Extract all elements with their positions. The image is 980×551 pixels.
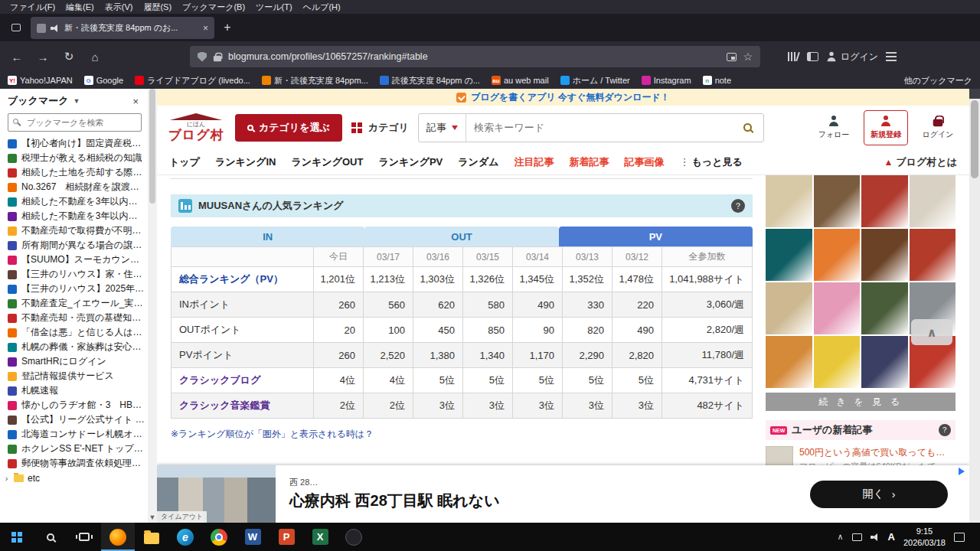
taskbar-explorer-button[interactable] <box>135 523 168 551</box>
thumbnail-image[interactable] <box>861 175 908 227</box>
other-bookmarks-button[interactable]: 他のブックマーク <box>896 75 972 86</box>
bookmark-star-icon[interactable]: ☆ <box>743 51 753 63</box>
tab-audio-icon[interactable] <box>51 24 60 32</box>
thumbnail-image[interactable] <box>814 175 861 227</box>
bookmark-folder-etc[interactable]: › etc <box>0 471 157 485</box>
bookmark-item[interactable]: 郵便物等事故調査依頼処理シス... <box>0 456 157 471</box>
follow-button[interactable]: フォロー <box>812 110 856 145</box>
firefox-view-button[interactable] <box>5 17 28 38</box>
bookmark-bar-item[interactable]: ホーム / Twitter <box>560 75 630 86</box>
taskbar-word-button[interactable]: W <box>236 523 270 551</box>
help-icon[interactable]: ？ <box>731 199 745 213</box>
display-icon[interactable] <box>852 533 862 541</box>
taskbar-clock[interactable]: 9:15 2026/03/18 <box>903 526 946 549</box>
nav-item[interactable]: ランキングOUT <box>291 155 363 169</box>
bookmark-item[interactable]: 不動産査定_イエウール_実家 相続... <box>0 296 157 311</box>
thumbnail-image[interactable] <box>814 282 861 334</box>
scrollbar-top-button[interactable] <box>969 89 980 99</box>
url-bar[interactable]: blogmura.com/profiles/10657257/ranking#t… <box>190 46 760 67</box>
volume-icon[interactable] <box>871 533 880 541</box>
scroll-down-icon[interactable]: ▼ <box>148 514 157 521</box>
article-title[interactable]: 500円という高値で買い取ってもらった... <box>799 446 949 458</box>
thumbnail-image[interactable] <box>861 336 908 388</box>
task-view-button[interactable] <box>67 523 101 551</box>
thumbnail-image[interactable] <box>766 282 812 334</box>
action-center-icon[interactable] <box>954 533 965 542</box>
taskbar-search-button[interactable] <box>34 523 67 551</box>
thumbnail-image[interactable] <box>861 282 908 334</box>
nav-item[interactable]: 新着記事 <box>570 155 609 169</box>
bookmark-bar-item[interactable]: 読後充実度 84ppm の... <box>380 75 480 86</box>
nav-item[interactable]: トップ <box>169 155 200 169</box>
category-link[interactable]: カテゴリ <box>351 121 409 135</box>
tracking-shield-icon[interactable] <box>198 52 207 62</box>
search-submit-button[interactable] <box>731 114 763 142</box>
bookmark-bar-item[interactable]: 新・読後充実度 84ppm... <box>262 75 368 86</box>
thumbnail-image[interactable] <box>910 175 956 227</box>
reader-mode-icon[interactable] <box>727 53 737 61</box>
thumbnail-image[interactable] <box>766 175 812 227</box>
account-button[interactable]: ログイン <box>826 51 878 64</box>
bookmark-item[interactable]: 相続した土地を売却する際にかか... <box>0 165 157 180</box>
bookmark-item[interactable]: 相続した不動産を3年以内に売却... <box>0 209 157 223</box>
category-select-button[interactable]: カテゴリを選ぶ <box>235 114 342 142</box>
bookmark-item[interactable]: 【公式】リーグ公式サイト (J.LEAG... <box>0 412 157 427</box>
bookmark-bar-item[interactable]: GGoogle <box>84 76 123 85</box>
start-button[interactable] <box>0 523 34 551</box>
hidden-icons-chevron[interactable]: ∧ <box>837 532 843 542</box>
anchor-ad[interactable]: 西 28… 心療内科 西28丁目駅 眠れない 開く › タイムアウト <box>157 465 969 523</box>
lock-icon[interactable] <box>214 56 221 62</box>
see-more-button[interactable]: 続 き を 見 る <box>766 393 956 411</box>
browser-tab[interactable]: 新・読後充実度 84ppm のお... × <box>31 17 214 39</box>
bookmark-item[interactable]: 【三井のリハウス】2025年（令和7... <box>0 282 157 296</box>
menu-item[interactable]: 履歴(S) <box>138 2 177 13</box>
library-icon[interactable] <box>788 52 799 61</box>
bookmark-item[interactable]: 登記情報提供サービス <box>0 369 157 383</box>
signup-button[interactable]: 新規登録 <box>864 110 908 145</box>
search-type-select[interactable]: 記事 <box>419 114 466 142</box>
ranking-tab-out[interactable]: OUT <box>364 227 558 246</box>
bookmark-item[interactable]: ホクレンSS E'-NET トップページ <box>0 442 157 456</box>
ad-open-button[interactable]: 開く › <box>810 481 948 508</box>
new-tab-button[interactable]: + <box>217 18 237 37</box>
about-blogmura-link[interactable]: ▲ ブログ村とは <box>884 155 957 169</box>
bookmark-bar-item[interactable]: auau web mail <box>492 76 549 85</box>
ranking-tab-in[interactable]: IN <box>171 227 364 246</box>
scrollbar-thumb[interactable] <box>971 100 978 178</box>
bookmark-item[interactable]: 【SUUMO】スーモカウンターで注文住... <box>0 253 157 267</box>
menu-item[interactable]: ファイル(F) <box>5 2 60 13</box>
taskbar-edge-button[interactable]: e <box>168 523 202 551</box>
row-link[interactable]: クラシックブログ <box>172 368 314 393</box>
bookmark-search-input[interactable] <box>8 113 142 132</box>
bookmark-item[interactable]: 不動産売却・売買の基礎知識｜... <box>0 311 157 325</box>
bookmark-bar-item[interactable]: Y!Yahoo!JAPAN <box>8 76 73 85</box>
expander-icon[interactable]: › <box>3 474 10 483</box>
back-button[interactable]: ← <box>8 51 26 64</box>
sidebar-close-icon[interactable]: × <box>132 96 139 107</box>
nav-item[interactable]: ランキングPV <box>378 155 443 169</box>
taskbar-excel-button[interactable]: X <box>303 523 337 551</box>
help-icon[interactable]: ？ <box>939 424 951 436</box>
thumbnail-image[interactable] <box>861 229 908 281</box>
bookmark-item[interactable]: 懐かしのラヂオ館・3 HBC北海道... <box>0 398 157 412</box>
menu-item[interactable]: 編集(E) <box>60 2 100 13</box>
bookmark-item[interactable]: 北海道コンサドーレ札幌オフィシャル... <box>0 427 157 442</box>
thumbnail-image[interactable] <box>766 229 812 281</box>
taskbar-app-button[interactable] <box>337 523 371 551</box>
bookmark-item[interactable]: 札幌速報 <box>0 383 157 398</box>
taskbar-powerpoint-button[interactable]: P <box>270 523 303 551</box>
bookmark-item[interactable]: 【三井のリハウス】家・住宅など不動... <box>0 267 157 282</box>
bookmark-bar-item[interactable]: Instagram <box>642 76 691 85</box>
bookmark-item[interactable]: 相続した不動産を3年以内に売却... <box>0 194 157 209</box>
thumbnail-image[interactable] <box>766 336 812 388</box>
login-button[interactable]: ログイン <box>916 110 960 145</box>
menu-item[interactable]: ヘルプ(H) <box>298 2 346 13</box>
bookmark-item[interactable]: 札幌の葬儀・家族葬は安心の「コー... <box>0 340 157 354</box>
nav-item[interactable]: ランキングIN <box>215 155 276 169</box>
back-to-top-button[interactable]: ∧ <box>911 319 952 345</box>
chevron-down-icon[interactable]: ▼ <box>74 97 80 105</box>
menu-item[interactable]: ブックマーク(B) <box>177 2 250 13</box>
sidebar-toggle-icon[interactable] <box>807 52 818 61</box>
thumbnail-image[interactable] <box>910 229 956 281</box>
ranking-tab-pv[interactable]: PV <box>559 227 753 246</box>
